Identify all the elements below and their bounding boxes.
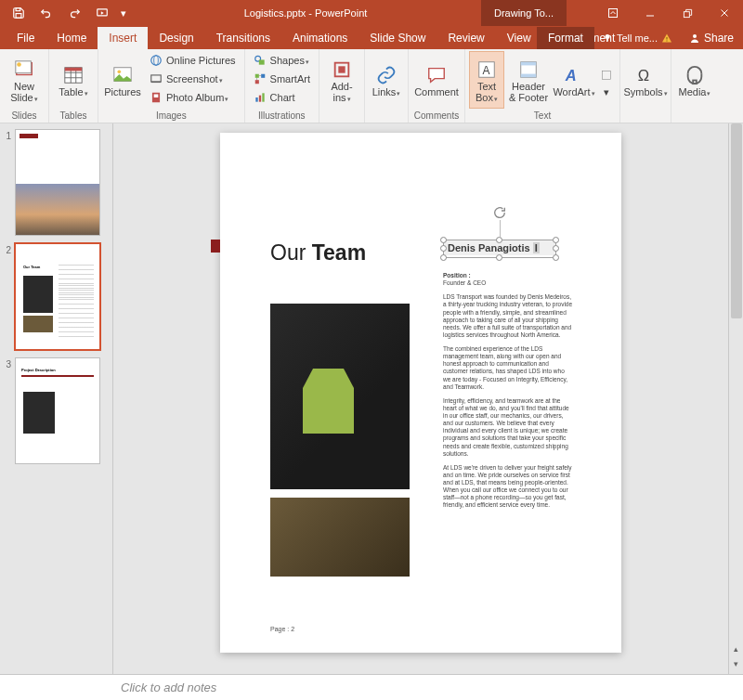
svg-rect-29 [154, 95, 159, 98]
header-footer-button[interactable]: Header & Footer [506, 51, 551, 109]
table-button[interactable]: Table [53, 51, 94, 109]
text-box-icon: A [476, 59, 497, 80]
start-from-beginning-icon[interactable] [89, 1, 115, 25]
slide-thumbnail-1[interactable]: Project Proposal [15, 129, 100, 236]
warning-icon [661, 32, 672, 44]
tab-animations[interactable]: Animations [281, 27, 358, 49]
group-label-tables: Tables [53, 110, 94, 123]
resize-handle[interactable] [440, 245, 447, 252]
window-controls [594, 0, 743, 26]
slide-image-2[interactable] [270, 498, 410, 577]
bulb-icon [602, 32, 613, 44]
notes-pane[interactable]: Click to add notes [0, 674, 743, 700]
vertical-scrollbar[interactable]: ▴ ▾ [728, 123, 743, 674]
tab-slide-show[interactable]: Slide Show [358, 27, 437, 49]
shapes-button[interactable]: Shapes [249, 51, 315, 70]
svg-point-23 [118, 71, 122, 74]
photo-album-icon [150, 91, 163, 104]
tab-format[interactable]: Format [537, 27, 594, 49]
media-button[interactable]: Media [675, 51, 714, 109]
smartart-button[interactable]: SmartArt [249, 70, 315, 88]
redo-icon[interactable] [61, 1, 87, 25]
svg-rect-34 [254, 80, 258, 84]
group-label-text: Text [469, 110, 616, 123]
photo-album-button[interactable]: Photo Album [145, 88, 241, 107]
svg-rect-27 [151, 82, 162, 83]
screenshot-icon [150, 72, 163, 85]
resize-handle[interactable] [496, 254, 502, 261]
resize-handle[interactable] [553, 237, 559, 243]
wordart-button[interactable]: A WordArt [553, 51, 595, 109]
resize-handle[interactable] [553, 245, 559, 252]
selected-text-box[interactable]: Denis Panagiotis I [443, 240, 556, 258]
slide-editor[interactable]: Our Team Denis Panagiotis I Position : F… [113, 123, 728, 674]
new-slide-button[interactable]: New Slide [4, 51, 45, 109]
slide-body-text[interactable]: Position : Founder & CEO LDS Transport w… [443, 272, 573, 510]
share-button[interactable]: Share [680, 32, 743, 45]
text-box-button[interactable]: A Text Box [469, 51, 504, 109]
tab-design[interactable]: Design [148, 27, 204, 49]
resize-handle[interactable] [553, 254, 559, 261]
slide-image-1[interactable] [270, 304, 410, 489]
qat-customize-icon[interactable]: ▾ [117, 1, 130, 25]
resize-handle[interactable] [440, 254, 447, 261]
ribbon-tabs: File Home Insert Design Transitions Anim… [0, 26, 743, 49]
person-icon [689, 32, 700, 44]
tab-home[interactable]: Home [46, 27, 98, 49]
prev-slide-icon[interactable]: ▴ [729, 644, 743, 654]
svg-rect-5 [684, 11, 689, 17]
pictures-button[interactable]: Pictures [102, 51, 143, 109]
symbols-button[interactable]: Ω Symbols [624, 51, 667, 109]
resize-handle[interactable] [496, 237, 502, 243]
tab-view[interactable]: View [496, 27, 542, 49]
page-number: Page : 2 [270, 626, 294, 632]
group-label-slides: Slides [4, 110, 45, 123]
screenshot-button[interactable]: Screenshot [145, 70, 241, 88]
group-label-illustrations: Illustrations [249, 110, 315, 123]
slide-thumbnail-3[interactable]: Project Description [15, 357, 100, 464]
slide-thumbnail-2[interactable]: Our Team [15, 243, 100, 350]
rotate-handle-icon[interactable] [492, 205, 507, 220]
restore-icon[interactable] [669, 0, 706, 26]
svg-rect-33 [261, 74, 265, 78]
slide-heading[interactable]: Our Team [270, 240, 366, 266]
add-ins-button[interactable]: Add-ins [323, 51, 360, 109]
workspace: 1 Project Proposal 2 Our Team 3 Project … [0, 123, 743, 674]
tab-review[interactable]: Review [437, 27, 495, 49]
resize-handle[interactable] [440, 237, 447, 243]
comment-icon [426, 65, 447, 85]
thumb-number: 2 [4, 243, 11, 350]
ribbon: New Slide Slides Table Tables Pictures O… [0, 49, 743, 123]
symbols-icon: Ω [635, 65, 656, 85]
svg-rect-31 [258, 59, 264, 64]
slide-canvas[interactable]: Our Team Denis Panagiotis I Position : F… [220, 133, 621, 653]
comment-button[interactable]: Comment [412, 51, 461, 109]
svg-point-12 [693, 34, 697, 38]
undo-icon[interactable] [33, 1, 59, 25]
thumb-number: 1 [4, 129, 11, 236]
media-icon [684, 65, 705, 85]
minimize-icon[interactable] [632, 0, 669, 26]
save-icon[interactable] [6, 1, 32, 25]
close-icon[interactable] [706, 0, 743, 26]
quick-access-toolbar: ▾ [0, 1, 130, 25]
tab-file[interactable]: File [6, 27, 46, 49]
svg-rect-3 [609, 9, 618, 18]
svg-rect-11 [666, 41, 667, 42]
svg-rect-26 [151, 75, 162, 82]
group-label-images: Images [102, 110, 241, 123]
links-icon [376, 65, 397, 85]
chart-button[interactable]: Chart [249, 88, 315, 107]
tab-transitions[interactable]: Transitions [205, 27, 281, 49]
smartart-icon [254, 72, 267, 85]
tab-insert[interactable]: Insert [98, 27, 148, 49]
text-more-button[interactable]: ▾ [597, 51, 616, 109]
tell-me-search[interactable]: Tell me... [596, 32, 678, 44]
links-button[interactable]: Links [369, 51, 404, 109]
scrollbar-thumb[interactable] [731, 123, 742, 318]
next-slide-icon[interactable]: ▾ [729, 659, 743, 668]
online-pictures-button[interactable]: Online Pictures [145, 51, 241, 70]
chart-icon [254, 91, 267, 104]
svg-rect-37 [262, 93, 264, 101]
ribbon-display-options-icon[interactable] [594, 0, 632, 26]
